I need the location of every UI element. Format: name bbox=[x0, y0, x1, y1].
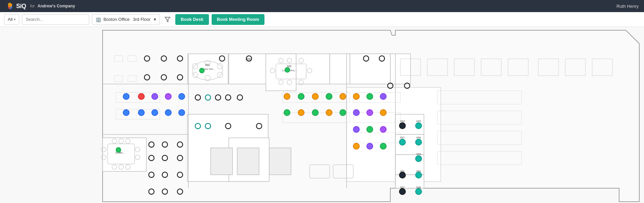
svg-rect-16 bbox=[211, 148, 232, 175]
svg-rect-17 bbox=[237, 148, 259, 175]
floor-text: 3rd Floor bbox=[133, 17, 150, 22]
svg-point-163 bbox=[116, 148, 121, 152]
svg-point-110 bbox=[152, 93, 158, 99]
logo: SiQ bbox=[5, 1, 26, 11]
floor-plan-svg: M1 Rowes Wh... M2 Long Wha... 005 Griffi… bbox=[0, 27, 644, 203]
svg-point-168 bbox=[416, 156, 422, 162]
svg-point-147 bbox=[367, 143, 373, 149]
svg-text:059: 059 bbox=[416, 153, 421, 156]
svg-point-115 bbox=[152, 110, 158, 116]
book-meeting-button[interactable]: Book Meeting Room bbox=[212, 14, 265, 25]
svg-point-137 bbox=[353, 93, 359, 99]
svg-point-148 bbox=[380, 143, 386, 149]
svg-point-136 bbox=[340, 110, 346, 116]
filter-arrow-icon: ▾ bbox=[14, 17, 15, 21]
svg-point-128 bbox=[298, 93, 304, 99]
svg-point-112 bbox=[179, 93, 185, 99]
svg-rect-15 bbox=[103, 138, 146, 171]
svg-point-108 bbox=[123, 93, 129, 99]
company-name: Andrew's Company bbox=[38, 4, 75, 8]
svg-point-131 bbox=[340, 93, 346, 99]
svg-point-140 bbox=[353, 110, 359, 116]
toolbar: All ▾ 🏢 Boston Office 3rd Floor ▾ Book D… bbox=[0, 12, 644, 27]
filter-icon-button[interactable] bbox=[163, 15, 173, 24]
svg-point-167 bbox=[416, 139, 422, 145]
svg-point-117 bbox=[179, 110, 185, 116]
svg-text:058: 058 bbox=[416, 136, 421, 139]
svg-point-135 bbox=[326, 110, 332, 116]
for-text: for bbox=[30, 4, 35, 8]
svg-point-145 bbox=[380, 126, 386, 132]
svg-text:045: 045 bbox=[416, 120, 421, 123]
svg-point-169 bbox=[416, 172, 422, 178]
svg-text:M1: M1 bbox=[206, 63, 210, 67]
svg-point-133 bbox=[298, 110, 304, 116]
svg-point-132 bbox=[284, 110, 290, 116]
header: SiQ for Andrew's Company Ruth Henry bbox=[0, 0, 644, 12]
svg-point-113 bbox=[123, 110, 129, 116]
svg-point-144 bbox=[367, 126, 373, 132]
book-desk-button[interactable]: Book Desk bbox=[175, 14, 209, 25]
filter-funnel-icon bbox=[165, 16, 171, 23]
svg-point-170 bbox=[399, 172, 405, 178]
search-input[interactable] bbox=[22, 14, 89, 25]
svg-point-139 bbox=[380, 93, 386, 99]
logo-icon bbox=[5, 1, 15, 11]
svg-point-161 bbox=[200, 68, 204, 73]
svg-rect-9 bbox=[330, 54, 350, 84]
header-left: SiQ for Andrew's Company bbox=[5, 1, 75, 11]
svg-point-138 bbox=[367, 93, 373, 99]
svg-point-114 bbox=[138, 110, 144, 116]
svg-text:057: 057 bbox=[400, 136, 405, 139]
user-name: Ruth Henry bbox=[616, 4, 639, 9]
svg-point-143 bbox=[353, 126, 359, 132]
location-text: Boston Office bbox=[103, 17, 130, 22]
svg-point-146 bbox=[353, 143, 359, 149]
svg-point-141 bbox=[367, 110, 373, 116]
svg-point-127 bbox=[284, 93, 290, 99]
svg-point-172 bbox=[416, 189, 422, 195]
svg-point-164 bbox=[399, 123, 405, 129]
svg-point-111 bbox=[165, 93, 171, 99]
svg-rect-18 bbox=[269, 148, 291, 175]
svg-rect-19 bbox=[347, 87, 441, 181]
location-arrow-icon: ▾ bbox=[154, 17, 156, 22]
location-selector[interactable]: 🏢 Boston Office 3rd Floor ▾ bbox=[92, 14, 160, 25]
svg-point-165 bbox=[416, 123, 422, 129]
svg-point-162 bbox=[285, 68, 290, 72]
filter-all-dropdown[interactable]: All ▾ bbox=[4, 14, 19, 25]
svg-point-109 bbox=[138, 93, 144, 99]
svg-point-134 bbox=[312, 110, 318, 116]
floor-plan[interactable]: M1 Rowes Wh... M2 Long Wha... 005 Griffi… bbox=[0, 27, 644, 203]
svg-point-142 bbox=[380, 110, 386, 116]
svg-point-130 bbox=[326, 93, 332, 99]
svg-point-171 bbox=[399, 189, 405, 195]
logo-text: SiQ bbox=[16, 3, 26, 10]
svg-point-166 bbox=[399, 139, 405, 145]
svg-text:044: 044 bbox=[400, 120, 405, 123]
building-icon: 🏢 bbox=[96, 17, 101, 22]
filter-all-label: All bbox=[8, 17, 12, 22]
svg-point-116 bbox=[165, 110, 171, 116]
svg-point-129 bbox=[312, 93, 318, 99]
